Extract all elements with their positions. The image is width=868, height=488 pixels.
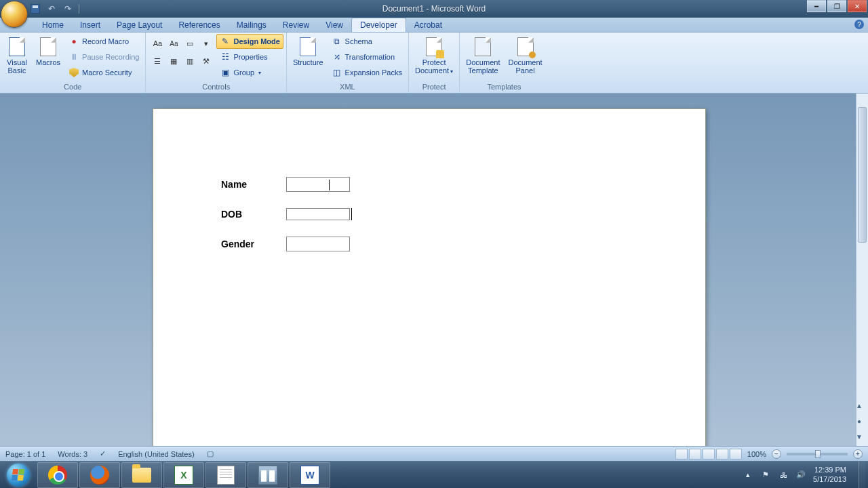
- save-icon: [31, 4, 40, 14]
- status-macro[interactable]: ▢: [207, 449, 214, 458]
- tab-insert[interactable]: Insert: [72, 18, 108, 32]
- tray-clock[interactable]: 12:39 PM 5/17/2013: [813, 466, 852, 483]
- view-full-screen[interactable]: [689, 449, 701, 460]
- tab-acrobat[interactable]: Acrobat: [406, 18, 450, 32]
- name-field[interactable]: [286, 177, 350, 192]
- tray-network-icon[interactable]: 🖧: [778, 470, 789, 481]
- office-button[interactable]: [1, 1, 28, 28]
- view-web-layout[interactable]: [703, 449, 715, 460]
- select-browse-object[interactable]: ●: [857, 418, 861, 425]
- picture-control[interactable]: ▭: [182, 35, 197, 52]
- show-desktop-button[interactable]: [859, 462, 865, 489]
- tab-references[interactable]: References: [170, 18, 228, 32]
- help-button[interactable]: ?: [854, 20, 864, 29]
- status-language[interactable]: English (United States): [118, 450, 195, 458]
- taskbar: X ▮▮ W ▴ ⚑ 🖧 🔊 12:39 PM 5/17/2013: [0, 461, 868, 488]
- dropdown-control[interactable]: ☰: [150, 53, 165, 69]
- word-icon: W: [299, 464, 321, 486]
- properties-button[interactable]: ☷Properties: [216, 49, 283, 64]
- properties-icon: ☷: [220, 52, 231, 62]
- titlebar: ↶ ↷ Document1 - Microsoft Word ━ ❐ ✕: [0, 0, 868, 18]
- document-template-button[interactable]: Document Template: [462, 34, 503, 77]
- macro-security-button[interactable]: Macro Security: [65, 65, 142, 80]
- taskbar-explorer[interactable]: [121, 462, 162, 488]
- ribbon-tabs: Home Insert Page Layout References Maili…: [0, 18, 868, 33]
- view-outline[interactable]: [716, 449, 728, 460]
- form-row-dob: DOB: [221, 208, 637, 220]
- taskbar-media[interactable]: ▮▮: [248, 462, 288, 488]
- taskbar-word[interactable]: W: [290, 462, 330, 488]
- record-icon: ●: [68, 36, 79, 47]
- rich-text-control[interactable]: Aa: [150, 35, 165, 52]
- name-label: Name: [221, 179, 286, 190]
- document-panel-button[interactable]: Document Panel: [505, 34, 545, 77]
- plain-text-control[interactable]: Aa: [166, 35, 181, 52]
- transformation-button[interactable]: ⤮Transformation: [328, 49, 406, 64]
- visual-basic-button[interactable]: Visual Basic: [3, 34, 31, 77]
- group-icon: ▣: [220, 67, 231, 78]
- building-block-control[interactable]: ▥: [182, 53, 197, 69]
- tab-home[interactable]: Home: [34, 18, 72, 32]
- tab-view[interactable]: View: [317, 18, 351, 32]
- start-button[interactable]: [0, 462, 37, 489]
- legacy-tools-control[interactable]: ⚒: [199, 53, 214, 69]
- gender-field[interactable]: [286, 237, 350, 251]
- pause-icon: ⏸: [68, 52, 79, 62]
- combo-box-control[interactable]: ▾: [199, 35, 214, 52]
- qat-undo[interactable]: ↶: [46, 3, 57, 14]
- minimize-button[interactable]: ━: [807, 0, 826, 12]
- document-page[interactable]: Name DOB Gender: [153, 108, 706, 461]
- view-draft[interactable]: [730, 449, 742, 460]
- status-page[interactable]: Page: 1 of 1: [5, 450, 45, 458]
- taskbar-chrome[interactable]: [37, 462, 78, 488]
- group-label-templates: Templates: [462, 82, 545, 92]
- qat-save[interactable]: [30, 3, 41, 14]
- tray-show-hidden[interactable]: ▴: [743, 470, 753, 481]
- date-picker-control[interactable]: ▦: [166, 53, 181, 69]
- expansion-packs-button[interactable]: ◫Expansion Packs: [328, 65, 406, 80]
- tray-date: 5/17/2013: [813, 475, 846, 484]
- group-label-xml: XML: [290, 82, 406, 92]
- zoom-slider-thumb[interactable]: [815, 450, 821, 458]
- macros-button[interactable]: Macros: [33, 34, 64, 68]
- previous-page-button[interactable]: ▲: [856, 402, 863, 409]
- excel-icon: X: [173, 464, 195, 486]
- scrollbar-thumb[interactable]: [858, 107, 867, 243]
- status-proof[interactable]: ✓: [100, 449, 106, 458]
- system-tray: ▴ ⚑ 🖧 🔊 12:39 PM 5/17/2013: [743, 462, 868, 489]
- dob-field[interactable]: [286, 208, 350, 220]
- schema-button[interactable]: ⧉Schema: [328, 34, 406, 49]
- maximize-button[interactable]: ❐: [827, 0, 846, 12]
- qat-more[interactable]: [79, 4, 84, 14]
- protect-document-button[interactable]: Protect Document ▾: [412, 34, 456, 77]
- pause-recording-button[interactable]: ⏸Pause Recording: [65, 49, 142, 64]
- media-icon: ▮▮: [257, 464, 279, 486]
- notepad-icon: [215, 464, 237, 486]
- next-page-button[interactable]: ▼: [856, 433, 863, 441]
- taskbar-firefox[interactable]: [79, 462, 120, 488]
- zoom-out-button[interactable]: −: [772, 449, 781, 459]
- view-print-layout[interactable]: [675, 449, 688, 460]
- zoom-level[interactable]: 100%: [747, 450, 766, 458]
- tab-review[interactable]: Review: [275, 18, 317, 32]
- tab-page-layout[interactable]: Page Layout: [108, 18, 170, 32]
- zoom-in-button[interactable]: +: [853, 449, 863, 459]
- tray-volume-icon[interactable]: 🔊: [795, 470, 806, 481]
- structure-button[interactable]: Structure: [290, 34, 327, 68]
- ribbon-group-xml: Structure ⧉Schema ⤮Transformation ◫Expan…: [287, 33, 409, 93]
- controls-gallery: Aa Aa ▭ ▾ ☰ ▦ ▥ ⚒: [149, 34, 215, 70]
- record-macro-button[interactable]: ●Record Macro: [65, 34, 142, 49]
- design-mode-button[interactable]: ✎Design Mode: [216, 34, 283, 49]
- tray-action-center-icon[interactable]: ⚑: [760, 470, 771, 481]
- text-cursor-icon: [329, 180, 330, 190]
- group-label-protect: Protect: [412, 82, 456, 92]
- qat-redo[interactable]: ↷: [62, 3, 73, 14]
- group-button[interactable]: ▣Group▾: [216, 65, 283, 80]
- tab-developer[interactable]: Developer: [351, 18, 406, 32]
- tab-mailings[interactable]: Mailings: [229, 18, 275, 32]
- zoom-slider[interactable]: [787, 453, 848, 455]
- taskbar-notepad[interactable]: [205, 462, 246, 488]
- taskbar-excel[interactable]: X: [163, 462, 204, 488]
- close-button[interactable]: ✕: [848, 0, 867, 12]
- status-words[interactable]: Words: 3: [58, 450, 87, 458]
